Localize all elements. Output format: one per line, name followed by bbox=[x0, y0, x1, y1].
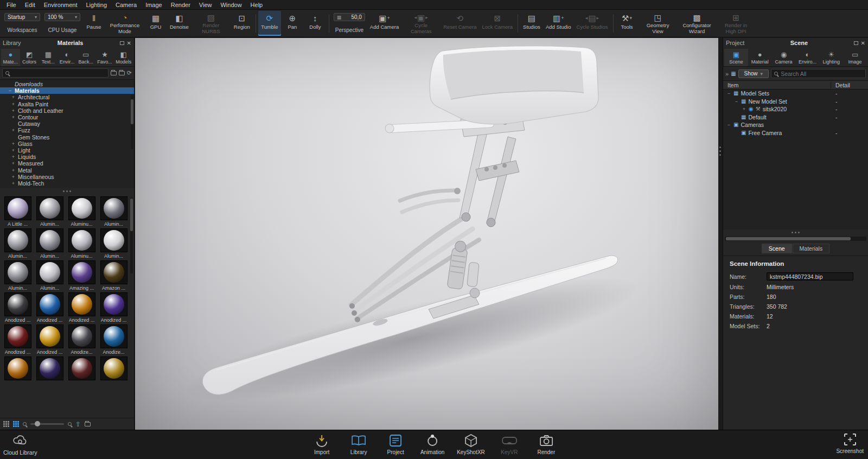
slider-knob[interactable] bbox=[35, 421, 40, 426]
tree-item-light[interactable]: + Light bbox=[0, 147, 134, 154]
menu-render[interactable]: Render bbox=[167, 1, 195, 9]
dolly-button[interactable]: ↕ Dolly bbox=[304, 11, 327, 36]
library-tab-favorites[interactable]: ★ Favo... bbox=[95, 49, 114, 66]
tree-row-default[interactable]: ▦ Default - bbox=[723, 113, 868, 122]
panel-splitter-handle[interactable] bbox=[723, 229, 868, 235]
tools-button[interactable]: ⚒▾ Tools bbox=[616, 11, 639, 36]
configurator-wizard-button[interactable]: ▩ Configurator Wizard bbox=[678, 11, 717, 36]
tree-row-sitsk2020[interactable]: + ◉ ⚒ sitsk2020 - bbox=[723, 105, 868, 113]
project-tab-camera[interactable]: ◉ Camera bbox=[772, 49, 796, 66]
filter-icon[interactable]: ▦ bbox=[731, 71, 736, 76]
material-thumb[interactable] bbox=[34, 356, 65, 381]
material-thumb[interactable]: Amazing ... bbox=[66, 260, 97, 291]
material-thumb[interactable]: Alumin... bbox=[34, 196, 65, 227]
tree-scrollbar[interactable] bbox=[131, 95, 133, 149]
cpu-usage-select[interactable]: 100 % ▾ bbox=[44, 13, 80, 21]
screenshot-button[interactable]: Screenshot bbox=[836, 432, 864, 454]
add-camera-button[interactable]: ▣+ Add Camera bbox=[367, 11, 401, 36]
tumble-button[interactable]: ⟳ Tumble bbox=[258, 11, 281, 36]
collapse-all-icon[interactable]: » bbox=[725, 71, 729, 77]
material-thumb[interactable]: Alumin... bbox=[98, 196, 129, 227]
scene-search-input[interactable] bbox=[781, 71, 863, 77]
menu-image[interactable]: Image bbox=[141, 1, 167, 9]
close-icon[interactable]: ✕ bbox=[127, 40, 131, 46]
list-view-icon[interactable] bbox=[3, 421, 9, 427]
menu-camera[interactable]: Camera bbox=[111, 1, 141, 9]
region-button[interactable]: ⊡ Region bbox=[231, 11, 253, 36]
render-high-dpi-button[interactable]: ⊞ Render in High DPI bbox=[717, 11, 756, 36]
material-thumb[interactable]: Aluminu... bbox=[66, 228, 97, 259]
cycle-cameras-button[interactable]: ◂▣▸ Cycle Cameras bbox=[401, 11, 441, 36]
tree-item-measured[interactable]: + Measured bbox=[0, 160, 134, 167]
lock-camera-button[interactable]: ⊠ Lock Camera bbox=[479, 11, 515, 36]
reset-camera-button[interactable]: ⟲ Reset Camera bbox=[441, 11, 479, 36]
right-panel-splitter[interactable] bbox=[718, 38, 723, 430]
material-thumb[interactable]: Anodized ... bbox=[98, 292, 129, 323]
keyvr-button[interactable]: KeyVR bbox=[495, 432, 524, 456]
denoise-button[interactable]: ◧ Denoise bbox=[167, 11, 192, 36]
library-search-input[interactable] bbox=[12, 70, 105, 76]
performance-mode-button[interactable]: ◔ Performance Mode bbox=[105, 11, 144, 36]
tree-row-new-model-set[interactable]: − ▦ New Model Set - bbox=[723, 98, 868, 106]
menu-environment[interactable]: Environment bbox=[40, 1, 82, 9]
render-button[interactable]: Render bbox=[532, 432, 561, 456]
library-button[interactable]: Library bbox=[344, 432, 373, 456]
perspective-field[interactable]: ▦ 50,0 bbox=[334, 13, 365, 21]
undock-icon[interactable] bbox=[120, 41, 124, 45]
menu-file[interactable]: File bbox=[2, 1, 21, 9]
zoom-in-icon[interactable] bbox=[68, 422, 72, 426]
realtime-viewport[interactable] bbox=[135, 38, 718, 430]
show-dropdown[interactable]: Show ▾ bbox=[738, 69, 769, 78]
tree-row-cameras[interactable]: − ▣ Cameras bbox=[723, 121, 868, 129]
project-tab-scene[interactable]: ▣ Scene bbox=[724, 49, 748, 66]
tree-row-model-sets[interactable]: − ▦ Model Sets - bbox=[723, 90, 868, 98]
import-folder-icon[interactable] bbox=[119, 71, 125, 75]
bottom-tab-scene[interactable]: Scene bbox=[762, 244, 792, 253]
material-thumb[interactable]: Amazon ... bbox=[98, 260, 129, 291]
tree-item-cutaway[interactable]: Cutaway bbox=[0, 120, 134, 127]
gpu-button[interactable]: ▦ GPU bbox=[144, 11, 167, 36]
grid-view-icon[interactable] bbox=[13, 421, 19, 427]
tree-item-mold-tech[interactable]: + Mold-Tech bbox=[0, 180, 134, 187]
tree-item-architectural[interactable]: + Architectural bbox=[0, 94, 134, 100]
project-tab-lighting[interactable]: ☀ Lighting bbox=[819, 49, 843, 66]
material-thumb[interactable]: Aluminu... bbox=[66, 196, 97, 227]
library-tab-backplates[interactable]: ▭ Back... bbox=[76, 49, 95, 66]
undock-icon[interactable] bbox=[854, 41, 858, 45]
material-thumb[interactable]: Alumin... bbox=[2, 228, 33, 259]
menu-view[interactable]: View bbox=[195, 1, 216, 9]
library-tab-models[interactable]: ◧ Models bbox=[114, 49, 133, 66]
refresh-icon[interactable]: ⟳ bbox=[127, 69, 132, 76]
add-folder-icon[interactable] bbox=[111, 71, 117, 75]
tree-item-cloth-and-leather[interactable]: + Cloth and Leather bbox=[0, 107, 134, 114]
thumbnail-size-slider[interactable] bbox=[30, 423, 64, 425]
tree-item-glass[interactable]: + Glass bbox=[0, 141, 134, 147]
pause-button[interactable]: ‖ Pause bbox=[82, 11, 105, 36]
project-tab-environment[interactable]: ◐ Enviro... bbox=[795, 49, 819, 66]
render-nurbs-button[interactable]: ▧ Render NURBS bbox=[192, 11, 231, 36]
material-thumb[interactable]: Alumin... bbox=[2, 260, 33, 291]
tree-item-downloads[interactable]: Downloads bbox=[0, 81, 134, 87]
add-studio-button[interactable]: ▥+ Add Studio bbox=[543, 11, 573, 36]
tree-row-free-camera[interactable]: ▣ Free Camera - bbox=[723, 129, 868, 137]
tree-item-contour[interactable]: + Contour bbox=[0, 114, 134, 120]
visibility-eye-icon[interactable]: ◉ bbox=[749, 106, 754, 112]
workspace-select[interactable]: Startup ▾ bbox=[4, 13, 40, 21]
menu-lighting[interactable]: Lighting bbox=[81, 1, 111, 9]
cycle-studios-button[interactable]: ◂▤▸ Cycle Studios bbox=[573, 11, 610, 36]
material-thumb[interactable] bbox=[2, 356, 33, 381]
library-tab-textures[interactable]: ▦ Text... bbox=[39, 49, 58, 66]
tree-item-axalta-paint[interactable]: + Axalta Paint bbox=[0, 101, 134, 107]
tree-item-gem-stones[interactable]: Gem Stones bbox=[0, 134, 134, 141]
material-thumb[interactable]: Alumin... bbox=[34, 260, 65, 291]
material-thumb[interactable] bbox=[98, 356, 129, 381]
studios-button[interactable]: ▤ Studios bbox=[520, 11, 543, 36]
import-library-icon[interactable] bbox=[85, 422, 91, 426]
upload-icon[interactable]: ⇧ bbox=[75, 421, 81, 428]
tree-item-metal[interactable]: + Metal bbox=[0, 167, 134, 173]
project-tab-material[interactable]: ● Material bbox=[748, 49, 772, 66]
material-thumb[interactable]: Alumin... bbox=[34, 228, 65, 259]
material-thumb[interactable]: Anodized ... bbox=[66, 292, 97, 323]
keyshotxr-button[interactable]: KeyShotXR bbox=[455, 432, 487, 456]
library-tab-colors[interactable]: ◩ Colors bbox=[20, 49, 39, 66]
